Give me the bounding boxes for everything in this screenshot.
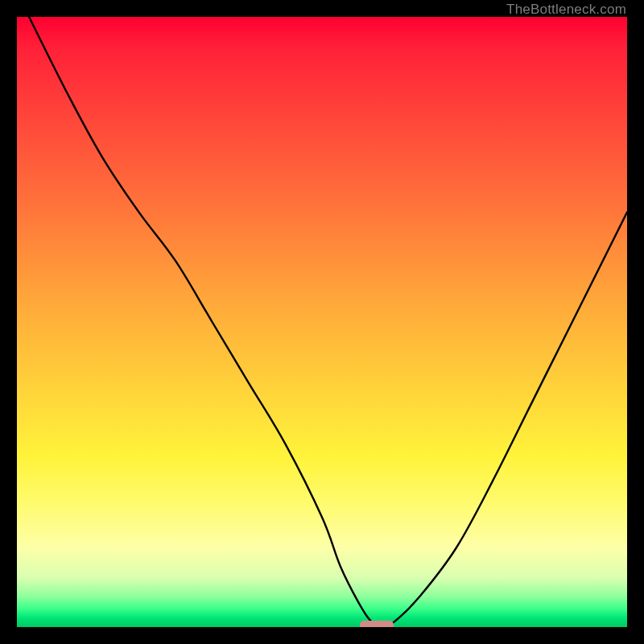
- chart-frame: TheBottleneck.com: [0, 0, 644, 644]
- optimal-marker: [360, 621, 394, 627]
- bottleneck-curve: [17, 17, 627, 627]
- watermark-text: TheBottleneck.com: [506, 2, 626, 18]
- plot-area: [17, 17, 627, 627]
